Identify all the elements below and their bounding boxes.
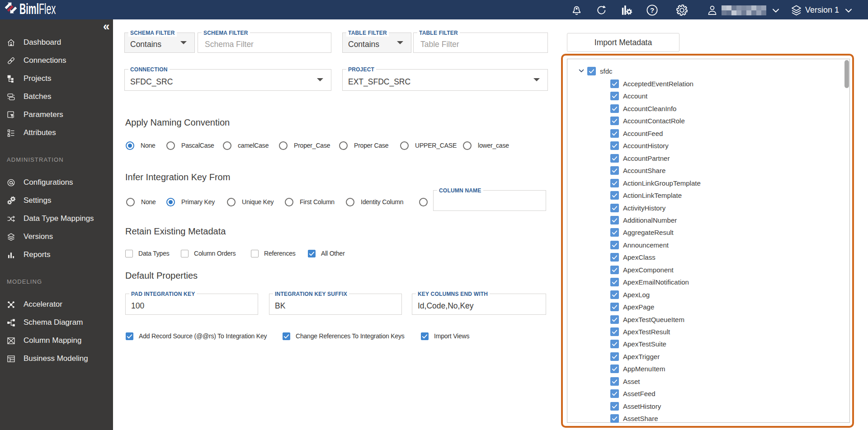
svg-text:?: ? [650,6,654,14]
